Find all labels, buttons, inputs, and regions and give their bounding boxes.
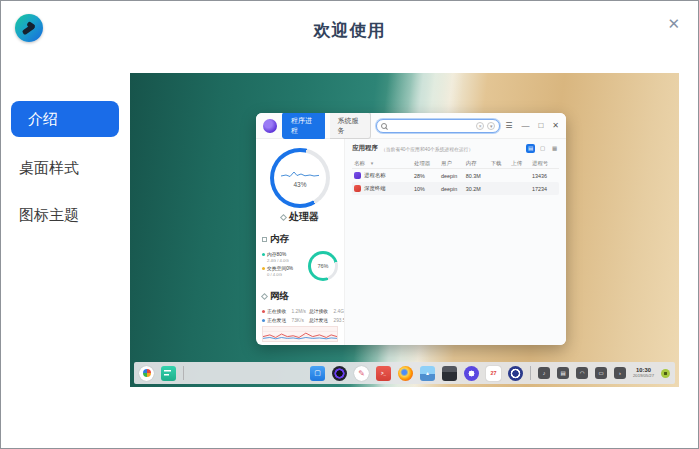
cpu-history-chart (281, 169, 319, 180)
grid-view-icon: ▤ (526, 144, 535, 153)
memory-usage-detail: 2.4G / 4.0G (267, 258, 308, 263)
minimize-icon: — (521, 122, 529, 130)
tab-program-processes: 程序进程 (282, 113, 325, 139)
window-close-icon: ✕ (552, 122, 559, 130)
sidebar-item-icon-theme[interactable]: 图标主题 (19, 206, 79, 225)
user-view-icon: ▢ (538, 144, 547, 153)
dock-separator (530, 366, 531, 380)
power-indicator-icon (661, 369, 670, 378)
process-app-icon (354, 172, 361, 179)
wifi-icon: ◠ (576, 367, 588, 379)
sidebar-item-introduction[interactable]: 介绍 (11, 101, 119, 137)
dock: ▢ ✎ >_ ▲ 27 ♪ ▤ ◠ ▭ › 10:30 2019/05/27 (134, 362, 675, 384)
table-row: 深度终端 10% deepin 30.2M 17234 (352, 182, 559, 195)
dialog-title: 欢迎使用 (1, 19, 698, 42)
memory-dot-icon (262, 253, 265, 256)
cpu-usage-ring: 43% (270, 148, 330, 208)
sidebar-item-desktop-style[interactable]: 桌面样式 (19, 159, 79, 178)
memory-usage-ring: 76% (308, 251, 338, 281)
cpu-percent: 43% (293, 181, 306, 188)
system-monitor-window: 程序进程 系统服务 × ▾ ☰ — □ ✕ (256, 113, 566, 345)
memory-usage: 内存80% (262, 251, 308, 257)
process-app-icon (354, 185, 361, 192)
music-icon (464, 366, 479, 381)
tab-system-services: 系统服务 (330, 113, 372, 139)
memory-icon (262, 237, 267, 242)
network-section-title: 网络 (262, 290, 338, 303)
draw-icon: ✎ (354, 366, 369, 381)
network-icon (261, 293, 268, 300)
swap-dot-icon (262, 267, 265, 270)
firefox-icon (398, 366, 413, 381)
battery-icon: ▭ (595, 367, 607, 379)
send-dot-icon (262, 319, 265, 322)
table-row: 进程名称 28% deepin 80.3M 13436 (352, 169, 559, 182)
display-icon: ▤ (557, 367, 569, 379)
process-panel-title: 应用程序 (352, 144, 378, 153)
close-icon[interactable]: ✕ (667, 16, 680, 31)
launchpad-icon (161, 366, 176, 381)
network-history-chart (262, 326, 338, 342)
system-monitor-app-icon (263, 119, 277, 133)
recv-dot-icon (262, 310, 265, 313)
memory-percent: 76% (317, 263, 328, 269)
volume-icon: ♪ (538, 367, 550, 379)
process-table-header: 名称▾ 处理器 用户 内存 下载 上传 进程号 (352, 158, 559, 169)
network-recv: 正在接收 1.2M/s (262, 308, 306, 314)
clock-date: 2019/05/27 (633, 374, 654, 379)
calendar-icon: 27 (486, 366, 501, 381)
image-viewer-icon: ▲ (420, 366, 435, 381)
dock-separator (183, 366, 184, 380)
cpu-icon (280, 214, 287, 221)
expand-icon: › (614, 367, 626, 379)
menu-icon: ☰ (505, 122, 512, 130)
process-table: 名称▾ 处理器 用户 内存 下载 上传 进程号 进程名称 28% deepin (352, 158, 559, 195)
memory-section-title: 内存 (262, 233, 338, 246)
welcome-dialog: 欢迎使用 ✕ 介绍 桌面样式 图标主题 程序进程 系统服务 × ▾ ☰ — □ (0, 0, 699, 449)
app-store-icon: ▢ (310, 366, 325, 381)
control-center-icon (508, 366, 523, 381)
terminal-icon: >_ (376, 366, 391, 381)
camera-icon (332, 366, 347, 381)
cpu-label: 处理器 (262, 210, 338, 224)
clock: 10:30 2019/05/27 (633, 367, 654, 378)
file-manager-icon (442, 366, 457, 381)
maximize-icon: □ (538, 122, 543, 130)
network-send: 正在发送 73K/s (262, 317, 306, 323)
desktop-preview-image: 程序进程 系统服务 × ▾ ☰ — □ ✕ (130, 73, 679, 387)
launcher-icon (139, 366, 154, 381)
window-controls: ☰ — □ ✕ (505, 122, 559, 130)
window-titlebar: 程序进程 系统服务 × ▾ ☰ — □ ✕ (256, 113, 566, 139)
list-view-icon: ▦ (550, 144, 559, 153)
search-icon (381, 123, 387, 129)
swap-usage-detail: 0 / 4.0G (267, 272, 308, 277)
sort-arrow-icon: ▾ (371, 160, 374, 166)
monitor-stats-panel: 43% 处理器 内存 内存80% 2.4G / 4.0G 交换空间0% 0 / … (256, 139, 344, 345)
process-panel: 应用程序 （当前有40个应用和40个系统进程在运行） ▤ ▢ ▦ 名称▾ 处理器… (344, 139, 566, 345)
process-panel-subtitle: （当前有40个应用和40个系统进程在运行） (381, 146, 473, 152)
search-dropdown-icon: ▾ (487, 122, 495, 130)
search-clear-icon: × (476, 122, 484, 130)
search-input: × ▾ (376, 119, 500, 133)
swap-usage: 交换空间0% (262, 265, 308, 271)
